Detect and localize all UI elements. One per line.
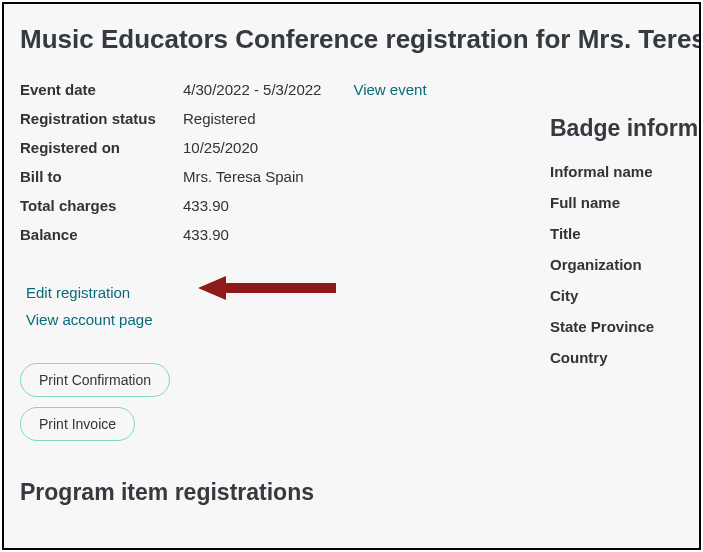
print-confirmation-button[interactable]: Print Confirmation	[20, 363, 170, 397]
label-balance: Balance	[20, 226, 183, 243]
edit-registration-link[interactable]: Edit registration	[26, 282, 130, 303]
print-invoice-button[interactable]: Print Invoice	[20, 407, 135, 441]
row-balance: Balance 433.90	[20, 220, 550, 249]
value-event-date: 4/30/2022 - 5/3/2022	[183, 81, 321, 98]
row-registration-status: Registration status Registered	[20, 104, 550, 133]
label-city: City	[550, 280, 701, 311]
value-balance: 433.90	[183, 226, 229, 243]
value-registration-status: Registered	[183, 110, 256, 127]
value-total-charges: 433.90	[183, 197, 229, 214]
label-event-date: Event date	[20, 81, 183, 98]
value-registered-on: 10/25/2020	[183, 139, 258, 156]
badge-information: Badge information Informal name Full nam…	[550, 75, 701, 451]
row-bill-to: Bill to Mrs. Teresa Spain	[20, 162, 550, 191]
svg-marker-0	[198, 276, 336, 300]
label-country: Country	[550, 342, 701, 373]
label-registration-status: Registration status	[20, 110, 183, 127]
label-state-province: State Province	[550, 311, 701, 342]
page-title: Music Educators Conference registration …	[4, 4, 699, 65]
row-total-charges: Total charges 433.90	[20, 191, 550, 220]
view-event-link[interactable]: View event	[353, 81, 426, 98]
label-bill-to: Bill to	[20, 168, 183, 185]
value-bill-to: Mrs. Teresa Spain	[183, 168, 304, 185]
label-title: Title	[550, 218, 701, 249]
row-event-date: Event date 4/30/2022 - 5/3/2022 View eve…	[20, 75, 550, 104]
label-full-name: Full name	[550, 187, 701, 218]
program-items-heading: Program item registrations	[4, 451, 699, 506]
registration-details: Event date 4/30/2022 - 5/3/2022 View eve…	[20, 75, 550, 451]
label-organization: Organization	[550, 249, 701, 280]
label-registered-on: Registered on	[20, 139, 183, 156]
annotation-arrow-icon	[198, 273, 338, 303]
badge-section-heading: Badge information	[550, 75, 701, 156]
row-registered-on: Registered on 10/25/2020	[20, 133, 550, 162]
view-account-link[interactable]: View account page	[26, 309, 152, 330]
label-total-charges: Total charges	[20, 197, 183, 214]
label-informal-name: Informal name	[550, 156, 701, 187]
